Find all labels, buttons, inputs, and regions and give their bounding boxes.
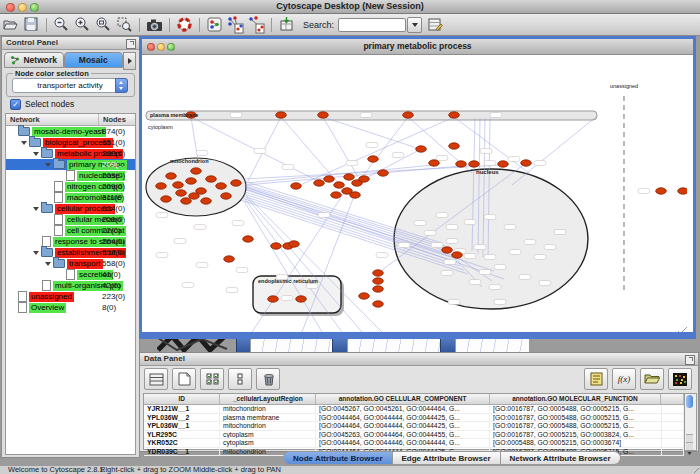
column-header-ID[interactable]: ID [144,394,220,404]
network-node[interactable] [344,174,355,180]
import-folder-icon[interactable] [640,368,664,390]
save-icon[interactable] [22,16,41,34]
network-node[interactable] [161,196,172,202]
select-all-icon[interactable] [200,368,224,390]
network-node[interactable] [331,192,342,198]
select-attributes-icon[interactable] [144,368,168,390]
network-edge[interactable] [512,117,596,185]
table-scrollbar[interactable] [684,393,697,451]
network-node[interactable] [452,252,463,258]
column-header-extra[interactable] [661,394,684,404]
network-node[interactable] [276,112,287,118]
tree-row-nitrogen-compo[interactable]: nitrogen compo209(0) [6,181,135,192]
delete-attribute-icon[interactable] [256,368,280,390]
table-row[interactable]: YLR295Ccytoplasm[GO:0045263, GO:0044464,… [144,431,684,440]
tree-row-transport[interactable]: transport558(0) [6,258,135,269]
view-resize-grip[interactable] [678,323,687,332]
zoom-in-icon[interactable] [73,16,92,34]
network-canvas[interactable]: plasma membrane cytoplasm mitochondrion … [142,55,687,332]
tab-mosaic[interactable]: Mosaic [64,52,124,68]
tab-node-attribute-browser[interactable]: Node Attribute Browser [283,451,393,465]
zoom-selected-icon[interactable] [115,16,134,34]
network-edge[interactable] [323,117,358,177]
expand-arrow-icon[interactable] [33,251,39,255]
scrollbar-thumb[interactable] [686,395,693,408]
tree-row-primary-metabo[interactable]: primary metabo209(... [6,159,135,170]
tree-row-establishment-of-lo[interactable]: establishment of lo558(0) [6,247,135,258]
unselect-all-icon[interactable] [228,368,252,390]
column-header-annotation.GO MOLECULAR_FUNCTION[interactable]: annotation.GO MOLECULAR_FUNCTION [490,394,661,404]
network-node[interactable] [216,183,227,189]
node-color-dropdown[interactable]: transporter activity [12,78,128,93]
tab-edge-attribute-browser[interactable]: Edge Attribute Browser [393,451,501,465]
network-window-titlebar[interactable]: primary metabolic process [142,39,693,55]
tree-row-response-to-stimulu[interactable]: response to stimulu264(0) [6,236,135,247]
tree-row-cellular-process[interactable]: cellular process614(0) [6,203,135,214]
table-row[interactable]: YPL036W__1mitochondrion[GO:0044464, GO:0… [144,422,684,431]
network-node[interactable] [456,161,467,167]
new-attribute-icon[interactable] [172,368,196,390]
matrix-icon[interactable] [668,368,692,390]
network-node[interactable] [656,188,667,194]
tree-row-unassigned[interactable]: unassigned223(0) [6,291,135,302]
float-panel-icon[interactable] [685,355,695,365]
network-node[interactable] [498,161,509,167]
network-node[interactable] [378,170,389,176]
expand-arrow-icon[interactable] [33,152,39,156]
network-node[interactable] [403,112,414,118]
window-resize-grip[interactable] [690,464,699,473]
network-node[interactable] [186,178,197,184]
network-node[interactable] [201,198,212,204]
zoom-fit-icon[interactable] [94,16,113,34]
network-node[interactable] [291,183,302,189]
tree-row-overview[interactable]: Overview8(0) [6,302,135,313]
expand-arrow-icon[interactable] [45,262,51,266]
network-node[interactable] [318,112,329,118]
network-node[interactable] [296,296,307,302]
network-edge[interactable] [281,117,338,183]
tree-row-cell-communicat[interactable]: cell communicat22(0) [6,225,135,236]
network-node[interactable] [189,193,200,199]
network-node[interactable] [156,183,167,189]
network-node[interactable] [429,160,440,166]
expand-arrow-icon[interactable] [33,207,39,211]
network-node[interactable] [289,241,300,247]
zoom-out-icon[interactable] [52,16,71,34]
scroll-up-icon[interactable] [686,434,693,442]
float-panel-icon[interactable] [126,39,136,49]
scroll-down-icon[interactable] [686,442,693,450]
vizmapper-icon[interactable] [205,16,224,34]
expand-arrow-icon[interactable] [45,163,51,167]
network-node[interactable] [469,161,480,167]
network-node[interactable] [224,256,235,262]
network-node[interactable] [314,180,325,186]
network-node[interactable] [359,293,370,299]
table-row[interactable]: YKR052Ccytoplasm[GO:0044464, GO:0044446,… [144,439,684,448]
tree-row-mosaic-demo-yeast[interactable]: mosaic-demo-yeast874(0) [6,126,135,137]
table-row[interactable]: YJR121W__1mitochondrion[GO:0045267, GO:0… [144,405,684,414]
snapshot-camera-icon[interactable] [145,16,164,34]
network-node[interactable] [231,180,242,186]
network-node[interactable] [368,156,379,162]
tree-row-multi-organism-pro[interactable]: multi-organism pro42(0) [6,280,135,291]
search-input[interactable] [338,18,406,32]
network-node[interactable] [268,296,279,302]
tree-row-macromolecule[interactable]: macromolecule311(0) [6,192,135,203]
help-ring-icon[interactable] [175,16,194,34]
tree-row-secretion[interactable]: secretion41(0) [6,269,135,280]
expand-arrow-icon[interactable] [21,141,27,145]
tree-row-metabolic-process[interactable]: metabolic process280(0) [6,148,135,159]
tab-overflow-arrow[interactable] [123,52,136,70]
network-node[interactable] [181,198,192,204]
network-node[interactable] [176,190,187,196]
network-node[interactable] [449,112,460,118]
tree-row-nucleobase-[interactable]: nucleobase-209(0) [6,170,135,181]
network-node[interactable] [359,176,370,182]
open-icon[interactable] [1,16,20,34]
network-node[interactable] [350,192,361,198]
network-node[interactable] [271,243,282,249]
select-nodes-checkbox[interactable]: ✓ [10,99,21,110]
search-options-dropdown[interactable] [407,17,422,33]
network-node[interactable] [442,247,453,253]
network-node[interactable] [243,236,254,242]
